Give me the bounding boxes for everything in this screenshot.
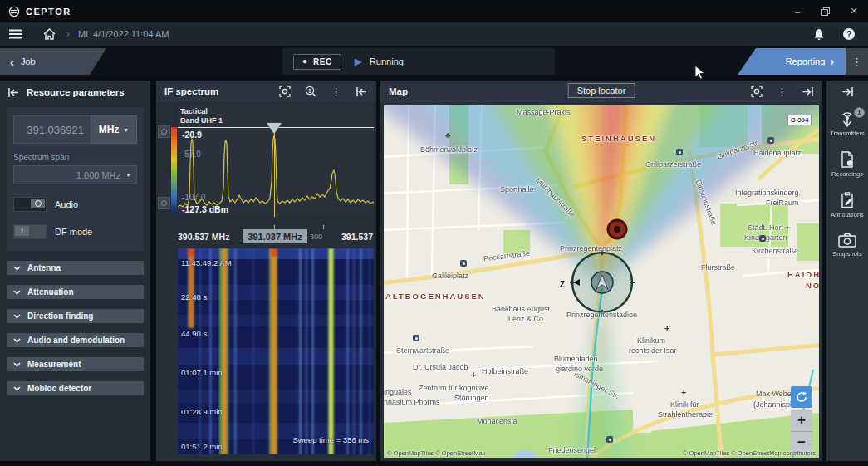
accordion-measurement[interactable]: Measurement (7, 357, 144, 371)
sidebar-collapse-button[interactable] (842, 87, 853, 96)
camera-icon (838, 233, 856, 248)
amplitude-colorbar[interactable] (171, 127, 177, 213)
audio-toggle[interactable] (13, 197, 47, 212)
accordion-audio-demodulation[interactable]: Audio and demodulation (7, 333, 144, 347)
accordion-mobloc-detector[interactable]: Mobloc detector (7, 381, 144, 395)
transit-icon (460, 260, 468, 267)
tab-overflow-menu-button[interactable]: ⋮ (846, 48, 868, 75)
if-spectrum-panel: IF spectrum 1 ⋮ (156, 81, 376, 461)
rec-button[interactable]: ● REC (293, 54, 341, 70)
map-label-boehmerwaldplatz: Böhmerwaldplatz (420, 145, 478, 155)
zoom-one-button[interactable]: 1 (304, 86, 316, 98)
kebab-icon: ⋮ (851, 56, 862, 68)
map-label-klinik-1: Klinik für (670, 400, 699, 410)
close-button[interactable]: ✕ (840, 0, 868, 22)
snapshot-button[interactable] (278, 86, 291, 98)
chevron-down-icon: ▼ (123, 127, 129, 133)
frequency-unit-value: MHz (99, 124, 120, 135)
tab-job[interactable]: ‹ Job (0, 48, 106, 75)
map-label-integrations-2: FreiRaum (766, 199, 799, 208)
panel-menu-button[interactable]: ⋮ (330, 86, 342, 98)
frequency-unit-dropdown[interactable]: MHz ▼ (91, 115, 137, 144)
audio-toggle-label: Audio (55, 199, 78, 209)
sidebar-item-recordings[interactable]: Recordings (826, 151, 868, 178)
df-knob-icon: I (21, 228, 22, 234)
map-label-kirchenstrasse: Kirchenstraße (752, 247, 798, 256)
level-handle-bottom[interactable] (158, 197, 170, 209)
run-status[interactable]: ▶ Running (355, 56, 404, 66)
stop-locator-button[interactable]: Stop locator (568, 83, 635, 98)
map-attribution-right: © OpenMapTiles © OpenStreetMap contribut… (683, 449, 816, 457)
resource-panel-title: Resource parameters (27, 87, 125, 97)
tree-icon: ♣ (445, 131, 453, 139)
accordion-label: Antenna (27, 263, 61, 272)
accordion-label: Audio and demodulation (27, 336, 125, 345)
restore-button[interactable] (812, 0, 840, 22)
frequency-input[interactable]: 391.036921 (13, 115, 91, 144)
sidebar-item-label: Snapshots (832, 250, 861, 258)
transit-icon (759, 235, 767, 243)
tab-bar: ‹ Job ● REC ▶ Running Reporting › ⋮ (0, 46, 868, 75)
accordion-direction-finding[interactable]: Direction finding (7, 309, 144, 323)
map-label-integrations-1: Integrationskinderg. (735, 189, 801, 198)
brand: CEPTOR (0, 6, 71, 17)
df-mode-toggle[interactable]: I (13, 224, 47, 239)
sidebar-item-transmitters[interactable]: 1 Transmitters (826, 110, 868, 137)
recenter-button[interactable] (791, 386, 812, 408)
help-button[interactable]: ? (840, 25, 858, 43)
map-label-klinik-2: Strahlentherapie (658, 410, 713, 419)
transmitters-badge: 1 (854, 107, 865, 118)
chevron-down-icon (13, 338, 21, 343)
map-collapse-button[interactable] (802, 86, 814, 98)
map-label-bilinguales-1: Bilinguales (384, 388, 412, 397)
map-label-haidhausen-1: HAIDHAUSEN (787, 270, 819, 279)
breadcrumb[interactable]: ML 4/1/2022 11:04 AM (78, 29, 169, 39)
hamburger-menu-button[interactable] (7, 25, 25, 43)
map-menu-button[interactable]: ⋮ (776, 86, 788, 98)
collapse-left-icon[interactable] (8, 88, 19, 97)
spectrum-plot[interactable]: Tactical Band UHF 1 -20.9 -57.0 -107.0 -… (178, 105, 374, 217)
ceptor-app: CEPTOR – ✕ › (0, 0, 868, 466)
home-icon (43, 28, 56, 40)
map-label-klinikum-2: rechts der Isar (629, 346, 677, 356)
camera-poi-icon (606, 436, 614, 444)
waterfall-time-4: 01:28.9 min (181, 407, 223, 416)
map-canvas[interactable]: Massage-Praxis STEINHAUSEN Böhmerwaldpla… (384, 105, 819, 458)
transit-icon (767, 137, 775, 145)
map-label-haidhausen-2: NORD (806, 281, 819, 290)
map-label-maxweber-1: Max Weber (756, 390, 794, 399)
accordion-attenuation[interactable]: Attenuation (7, 285, 144, 299)
map-label-flurstrasse: Flurstraße (701, 263, 735, 272)
waterfall-image (178, 248, 374, 454)
zoom-in-button[interactable]: + (791, 410, 812, 431)
collapse-panel-button[interactable] (356, 86, 368, 98)
zoom-controls: + − (791, 410, 812, 454)
freq-axis-right: 391.537 (341, 232, 373, 242)
mouse-cursor-icon (694, 65, 705, 80)
level-handle-top[interactable] (158, 125, 170, 138)
svg-text:?: ? (846, 30, 851, 39)
spectrum-span-label: Spectrum span (13, 153, 137, 162)
center-frequency-readout[interactable]: 391.037 MHz (243, 229, 307, 243)
tab-reporting[interactable]: Reporting › (738, 48, 846, 75)
sidebar-item-annotations[interactable]: Annotations (826, 192, 868, 218)
frequency-marker-icon[interactable] (267, 123, 282, 134)
chevron-left-icon: ‹ (10, 56, 14, 68)
sidebar-item-snapshots[interactable]: Snapshots (826, 233, 868, 258)
map-panel: Map Stop locator ⋮ (380, 81, 822, 461)
waterfall-display[interactable]: 11:43:49.2 AM 22.48 s 44.90 s 01:07.1 mi… (178, 248, 374, 454)
restore-icon (821, 7, 830, 16)
home-button[interactable] (40, 25, 58, 43)
notifications-button[interactable] (810, 25, 828, 43)
accordion-label: Attenuation (27, 287, 74, 297)
spectrum-span-dropdown[interactable]: 1.000 MHz ▼ (13, 165, 137, 184)
map-label-massage: Massage-Praxis (517, 108, 571, 117)
map-label-grillparzerstrasse: Grillparzerstraße (645, 160, 701, 169)
map-label-hort-1: Städt. Hort + (748, 223, 790, 233)
map-label-maxweber-2: (Johannispl. (753, 400, 794, 410)
map-snapshot-button[interactable] (750, 86, 763, 98)
accordion-antenna[interactable]: Antenna (7, 261, 144, 275)
minimize-button[interactable]: – (783, 0, 812, 22)
sweep-time-label: Sweep time = 356 ms (292, 435, 369, 444)
transmitter-marker (608, 220, 626, 238)
